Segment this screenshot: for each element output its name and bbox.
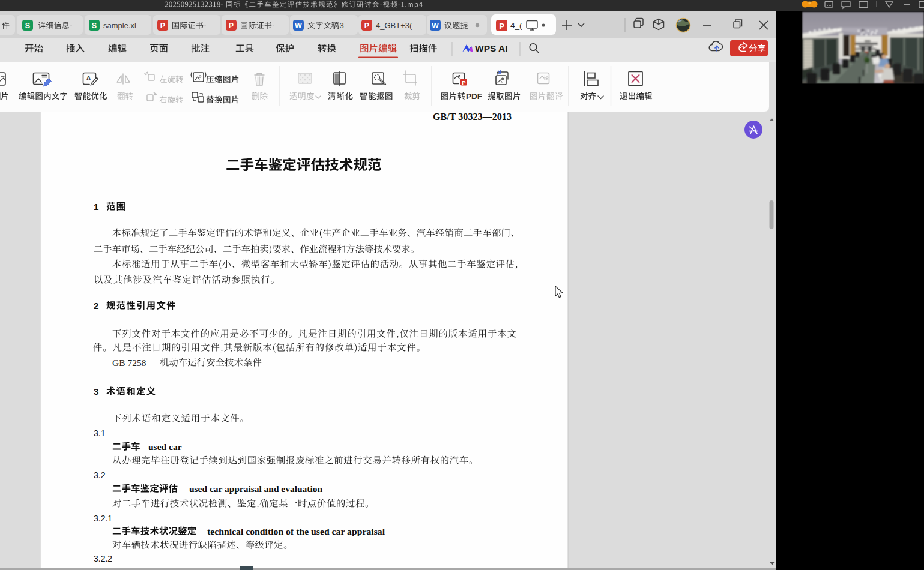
svg-text:S: S: [25, 22, 30, 30]
svg-text:W: W: [432, 22, 439, 30]
svg-text:1: 1: [94, 202, 98, 212]
svg-text:PDF: PDF: [466, 92, 482, 101]
svg-text:4_GBT+3(: 4_GBT+3(: [376, 21, 412, 30]
svg-text:A: A: [86, 74, 91, 82]
svg-text:3: 3: [340, 21, 344, 30]
svg-text:WPS AI: WPS AI: [475, 43, 508, 53]
svg-text:used car: used car: [148, 442, 182, 452]
svg-text:3.1: 3.1: [94, 428, 106, 438]
svg-text:technical condition of the use: technical condition of the used car appr…: [207, 526, 385, 536]
svg-text:P: P: [229, 22, 234, 30]
svg-text:W: W: [295, 22, 302, 30]
svg-text:3.2.1: 3.2.1: [94, 514, 112, 523]
svg-text:used car appraisal and evaluat: used car appraisal and evaluation: [189, 484, 322, 494]
svg-text:P: P: [499, 22, 504, 31]
svg-text:sample.xl: sample.xl: [103, 21, 136, 30]
svg-text:2: 2: [94, 301, 98, 311]
svg-text:P: P: [462, 79, 466, 86]
svg-text:3.2.2: 3.2.2: [94, 554, 112, 563]
svg-text:GB/T 30323—2013: GB/T 30323—2013: [433, 112, 512, 122]
svg-text:P: P: [160, 22, 165, 30]
svg-text:3: 3: [94, 386, 98, 397]
svg-text:4_(: 4_(: [510, 21, 522, 30]
svg-text:P: P: [364, 22, 369, 30]
svg-text:S: S: [92, 22, 97, 30]
svg-text:3.2: 3.2: [94, 470, 106, 480]
svg-text:GB 7258: GB 7258: [112, 358, 146, 368]
